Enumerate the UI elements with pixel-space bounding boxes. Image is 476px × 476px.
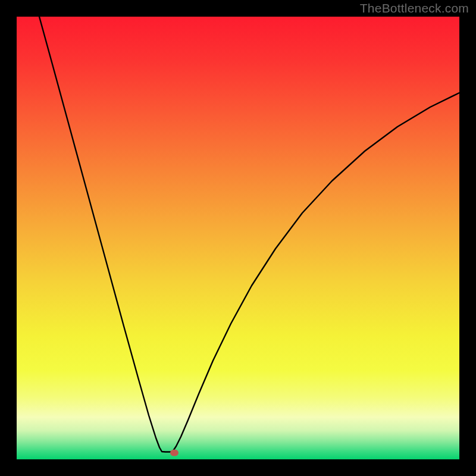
- minimum-marker-icon: [170, 450, 178, 456]
- watermark-text: TheBottleneck.com: [360, 1, 469, 15]
- chart-frame: [17, 17, 459, 459]
- bottleneck-chart: [17, 17, 459, 459]
- gradient-background: [17, 17, 459, 459]
